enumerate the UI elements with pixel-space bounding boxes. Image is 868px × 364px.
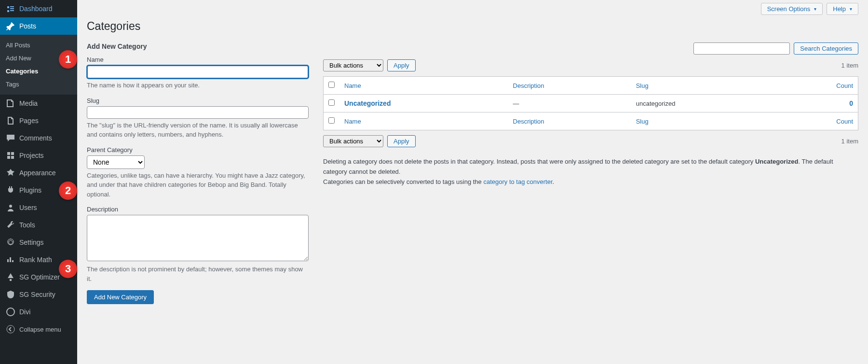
sidebar-label-sg-security: SG Security <box>19 291 55 298</box>
description-help: The description is not prominent by defa… <box>87 265 309 283</box>
submenu-tags[interactable]: Tags <box>0 78 77 91</box>
apply-button-bottom[interactable]: Apply <box>387 135 416 147</box>
divi-icon <box>6 307 15 314</box>
search-categories-button[interactable]: Search Categories <box>794 42 858 55</box>
description-input[interactable] <box>87 215 309 261</box>
name-field-wrap: Name The name is how it appears on your … <box>87 56 309 90</box>
add-category-button[interactable]: Add New Category <box>87 290 154 304</box>
pin-icon <box>6 21 15 31</box>
item-count-top: 1 item <box>841 62 858 69</box>
parent-select[interactable]: None <box>87 155 145 169</box>
col-name-bottom[interactable]: Name <box>344 118 361 125</box>
sidebar-label-divi: Divi <box>19 308 30 314</box>
annotation-badge-3: 3 <box>59 260 77 278</box>
tablenav-top: Bulk actions Apply 1 item <box>323 59 858 71</box>
categories-list-panel: Search Categories Bulk actions Apply 1 i… <box>323 42 858 304</box>
col-count-top[interactable]: Count <box>836 82 853 89</box>
col-count-bottom[interactable]: Count <box>836 118 853 125</box>
submenu-all-posts[interactable]: All Posts <box>0 39 77 52</box>
sidebar-label-rank-math: Rank Math <box>19 256 52 264</box>
col-slug-top[interactable]: Slug <box>636 82 649 89</box>
note-p1a: Deleting a category does not delete the … <box>323 158 755 165</box>
sidebar-item-settings[interactable]: Settings <box>0 234 77 251</box>
sidebar-item-divi[interactable]: Divi <box>0 303 77 314</box>
slug-help: The "slug" is the URL-friendly version o… <box>87 121 309 140</box>
media-icon <box>6 98 15 108</box>
sidebar-label-users: Users <box>19 204 37 211</box>
select-all-top[interactable] <box>328 82 335 88</box>
sidebar-label-settings: Settings <box>19 238 44 246</box>
description-label: Description <box>87 206 309 213</box>
apply-button-top[interactable]: Apply <box>387 59 416 71</box>
annotation-badge-2: 2 <box>59 182 77 200</box>
tools-icon <box>6 220 15 230</box>
note-default-cat: Uncategorized <box>755 158 799 165</box>
name-label: Name <box>87 56 309 63</box>
sidebar-label-appearance: Appearance <box>19 169 56 177</box>
comments-icon <box>6 133 15 143</box>
select-all-bottom[interactable] <box>328 117 335 124</box>
plugins-icon <box>6 185 15 195</box>
slug-field-wrap: Slug The "slug" is the URL-friendly vers… <box>87 97 309 140</box>
sidebar-item-pages[interactable]: Pages <box>0 112 77 129</box>
add-category-form: Add New Category Name The name is how it… <box>87 42 309 304</box>
sidebar-label-comments: Comments <box>19 134 52 142</box>
bulk-actions-select-top[interactable]: Bulk actions <box>323 59 383 71</box>
row-slug: uncategorized <box>631 95 778 112</box>
search-input[interactable] <box>693 42 790 55</box>
name-help: The name is how it appears on your site. <box>87 81 309 90</box>
sidebar-label-tools: Tools <box>19 221 35 229</box>
slug-label: Slug <box>87 97 309 104</box>
sidebar-item-dashboard[interactable]: Dashboard <box>0 0 77 17</box>
tablenav-bottom: Bulk actions Apply 1 item <box>323 135 858 147</box>
parent-help: Categories, unlike tags, can have a hier… <box>87 171 309 199</box>
appearance-icon <box>6 168 15 178</box>
col-slug-bottom[interactable]: Slug <box>636 118 649 125</box>
sidebar-item-sg-security[interactable]: SG Security <box>0 286 77 303</box>
col-name-top[interactable]: Name <box>344 82 361 89</box>
svg-point-0 <box>9 205 12 208</box>
sidebar-label-sg-optimizer: SG Optimizer <box>19 273 60 281</box>
category-to-tag-converter-link[interactable]: category to tag converter <box>483 178 552 185</box>
col-description-top[interactable]: Description <box>513 82 544 89</box>
sidebar-label-pages: Pages <box>19 117 39 125</box>
row-count-link[interactable]: 0 <box>849 99 853 107</box>
categories-table: Name Description Slug Count Uncategorize… <box>323 76 858 130</box>
settings-icon <box>6 238 15 247</box>
col-description-bottom[interactable]: Description <box>513 118 544 125</box>
annotation-badge-1: 1 <box>59 50 77 69</box>
search-row: Search Categories <box>323 42 858 55</box>
description-field-wrap: Description The description is not promi… <box>87 206 309 283</box>
svg-point-1 <box>7 308 14 314</box>
pages-icon <box>6 116 15 126</box>
row-checkbox[interactable] <box>328 99 335 106</box>
sidebar-label-posts: Posts <box>19 22 36 30</box>
note-p2b: . <box>553 178 555 185</box>
row-name-link[interactable]: Uncategorized <box>344 99 391 107</box>
sidebar-item-tools[interactable]: Tools <box>0 216 77 234</box>
page-title: Categories <box>77 15 868 42</box>
bulk-actions-select-bottom[interactable]: Bulk actions <box>323 135 383 147</box>
sidebar-item-media[interactable]: Media <box>0 95 77 112</box>
row-description: — <box>508 95 631 112</box>
slug-input[interactable] <box>87 106 309 119</box>
shield-icon <box>6 290 15 299</box>
help-button[interactable]: Help <box>827 3 858 15</box>
sidebar-item-appearance[interactable]: Appearance <box>0 164 77 182</box>
sidebar-label-projects: Projects <box>19 152 44 159</box>
parent-label: Parent Category <box>87 146 309 154</box>
sg-optimizer-icon <box>6 272 15 282</box>
parent-field-wrap: Parent Category None Categories, unlike … <box>87 146 309 199</box>
sidebar-item-projects[interactable]: Projects <box>0 147 77 164</box>
screen-options-button[interactable]: Screen Options <box>761 3 823 15</box>
top-bar: Screen Options Help <box>77 0 868 15</box>
sidebar-item-users[interactable]: Users <box>0 199 77 216</box>
users-icon <box>6 203 15 212</box>
sidebar-item-comments[interactable]: Comments <box>0 129 77 147</box>
dashboard-icon <box>6 4 15 14</box>
table-row: Uncategorized — uncategorized 0 <box>324 95 858 112</box>
sidebar-item-posts[interactable]: Posts <box>0 17 77 35</box>
name-input[interactable] <box>87 65 309 79</box>
projects-icon <box>6 151 15 160</box>
note-p2a: Categories can be selectively converted … <box>323 178 483 185</box>
